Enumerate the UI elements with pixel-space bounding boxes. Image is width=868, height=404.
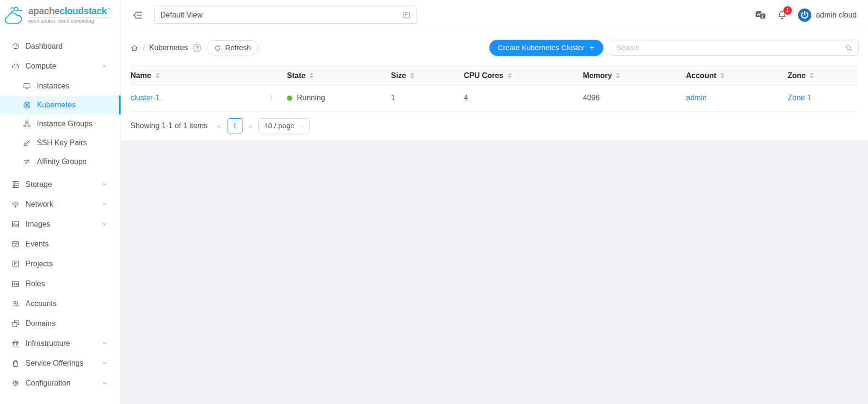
blocks-icon bbox=[11, 319, 20, 328]
sidebar-menu: Dashboard Compute Instances Kubernetes I… bbox=[0, 30, 121, 395]
kubernetes-icon bbox=[23, 101, 31, 109]
pagination-summary: Showing 1-1 of 1 items bbox=[130, 122, 208, 130]
picture-icon bbox=[11, 220, 20, 228]
sidebar-item-compute[interactable]: Compute bbox=[0, 57, 121, 76]
search-icon[interactable] bbox=[845, 44, 853, 52]
question-circle-icon[interactable]: ? bbox=[193, 44, 201, 52]
sort-caret-icon bbox=[616, 73, 620, 79]
database-icon bbox=[11, 180, 20, 189]
sidebar-item-accounts[interactable]: Accounts bbox=[0, 294, 121, 313]
chevron-up-icon bbox=[102, 63, 107, 69]
search-input[interactable] bbox=[616, 44, 845, 52]
breadcrumb-current: Kubernetes bbox=[149, 44, 188, 52]
chevron-down-icon bbox=[102, 341, 107, 346]
wifi-icon bbox=[11, 200, 20, 209]
sort-caret-icon bbox=[508, 73, 512, 79]
column-header-memory[interactable]: Memory bbox=[583, 67, 686, 85]
column-header-state[interactable]: State bbox=[287, 67, 391, 85]
sidebar-item-images[interactable]: Images bbox=[0, 215, 121, 234]
home-icon[interactable] bbox=[130, 44, 139, 52]
cloudstack-logo[interactable]: apachecloudstack™ open source cloud comp… bbox=[0, 0, 121, 30]
avatar-power-icon bbox=[798, 8, 812, 22]
kubernetes-list-card: / Kubernetes ? Refresh Create Kubernetes… bbox=[121, 30, 868, 140]
sort-caret-icon bbox=[720, 73, 724, 79]
plus-icon bbox=[589, 44, 595, 51]
table-header-row: Name State Size CPU Cores Memory Account… bbox=[130, 67, 859, 85]
sidebar-item-domains[interactable]: Domains bbox=[0, 314, 121, 333]
translate-icon[interactable]: A bbox=[755, 9, 766, 21]
notifications-button[interactable]: 1 bbox=[777, 10, 787, 20]
column-header-account[interactable]: Account bbox=[686, 67, 788, 85]
id-card-icon bbox=[11, 280, 20, 288]
status-text: Running bbox=[297, 94, 325, 102]
sidebar-item-instance-groups[interactable]: Instance Groups bbox=[0, 114, 121, 133]
chevron-down-icon bbox=[102, 202, 107, 207]
sidebar-item-ssh-key-pairs[interactable]: SSH Key Pairs bbox=[0, 133, 121, 152]
topbar-right-group: A 1 admin cloud bbox=[755, 8, 857, 22]
collapse-sidebar-icon[interactable] bbox=[132, 10, 143, 20]
shopping-bag-icon bbox=[11, 359, 20, 368]
cell-memory: 4096 bbox=[583, 85, 686, 112]
sidebar-item-affinity-groups[interactable]: Affinity Groups bbox=[0, 152, 121, 171]
toolbar-actions: Create Kubernetes Cluster bbox=[489, 40, 859, 56]
create-kubernetes-cluster-button[interactable]: Create Kubernetes Cluster bbox=[489, 40, 603, 56]
desktop-icon bbox=[23, 82, 31, 90]
column-header-name[interactable]: Name bbox=[130, 67, 287, 85]
project-view-select[interactable] bbox=[154, 7, 417, 24]
sidebar-item-configuration[interactable]: Configuration bbox=[0, 374, 121, 393]
sort-caret-icon bbox=[410, 73, 414, 79]
page-size-select[interactable]: 10 / page bbox=[258, 118, 310, 133]
pagination-next-icon[interactable]: > bbox=[247, 122, 254, 130]
logo-monkey-cloud-icon bbox=[4, 4, 26, 26]
chevron-down-icon bbox=[299, 123, 304, 129]
column-header-zone[interactable]: Zone bbox=[788, 67, 859, 85]
sidebar-item-infrastructure[interactable]: Infrastructure bbox=[0, 334, 121, 353]
sidebar-item-projects[interactable]: Projects bbox=[0, 255, 121, 273]
sidebar-item-storage[interactable]: Storage bbox=[0, 175, 121, 194]
refresh-button[interactable]: Refresh bbox=[207, 40, 258, 55]
reload-icon bbox=[214, 44, 221, 52]
sidebar-item-roles[interactable]: Roles bbox=[0, 274, 121, 293]
pagination-page-1[interactable]: 1 bbox=[227, 118, 243, 133]
ellipsis-vertical-icon[interactable] bbox=[268, 94, 276, 102]
chevron-down-icon bbox=[102, 182, 107, 187]
calendar-check-icon bbox=[11, 240, 20, 248]
top-header-bar: A 1 admin cloud bbox=[121, 0, 868, 30]
cluster-name-link[interactable]: cluster-1 bbox=[130, 94, 159, 102]
bank-icon bbox=[11, 339, 20, 348]
sidebar-item-events[interactable]: Events bbox=[0, 235, 121, 254]
toolbar-row: / Kubernetes ? Refresh Create Kubernetes… bbox=[130, 40, 859, 56]
breadcrumb: / Kubernetes ? bbox=[130, 44, 201, 52]
account-link[interactable]: admin bbox=[686, 94, 707, 102]
sidebar-item-network[interactable]: Network bbox=[0, 195, 121, 214]
table-row: cluster-1 Running 1 4 4096 bbox=[130, 85, 859, 112]
key-icon bbox=[23, 139, 31, 147]
chevron-down-icon bbox=[102, 360, 107, 366]
pagination-prev-icon[interactable]: < bbox=[216, 122, 223, 130]
brand-text: apachecloudstack™ open source cloud comp… bbox=[28, 6, 110, 24]
brand-subtitle: open source cloud computing bbox=[28, 17, 110, 24]
chevron-down-icon bbox=[102, 221, 107, 227]
user-menu[interactable]: admin cloud bbox=[798, 8, 857, 22]
sort-caret-icon bbox=[156, 73, 159, 79]
project-board-icon bbox=[402, 11, 411, 19]
sidebar-item-instances[interactable]: Instances bbox=[0, 77, 121, 96]
kubernetes-table: Name State Size CPU Cores Memory Account… bbox=[130, 66, 859, 112]
column-header-size[interactable]: Size bbox=[391, 67, 464, 85]
cell-size: 1 bbox=[391, 85, 464, 112]
project-view-input[interactable] bbox=[160, 11, 402, 19]
chevron-down-icon bbox=[102, 380, 107, 386]
main-area: A 1 admin cloud bbox=[121, 0, 868, 404]
status-dot-green bbox=[287, 96, 292, 101]
sidebar: apachecloudstack™ open source cloud comp… bbox=[0, 0, 121, 404]
cell-cpu-cores: 4 bbox=[464, 85, 583, 112]
column-header-cpu-cores[interactable]: CPU Cores bbox=[464, 67, 583, 85]
sidebar-item-kubernetes[interactable]: Kubernetes bbox=[0, 96, 121, 114]
sidebar-item-service-offerings[interactable]: Service Offerings bbox=[0, 354, 121, 373]
dashboard-icon bbox=[11, 42, 20, 51]
sidebar-item-dashboard[interactable]: Dashboard bbox=[0, 37, 121, 56]
zone-link[interactable]: Zone 1 bbox=[788, 94, 811, 102]
pagination: Showing 1-1 of 1 items < 1 > 10 / page bbox=[130, 118, 859, 133]
project-board-icon bbox=[11, 260, 20, 268]
cloud-icon bbox=[11, 62, 20, 70]
